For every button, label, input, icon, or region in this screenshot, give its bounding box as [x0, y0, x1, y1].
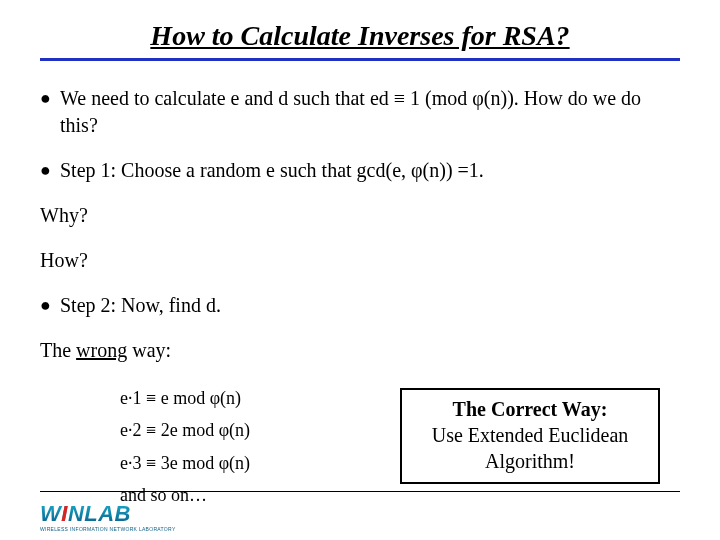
- bullet-icon: ●: [40, 292, 60, 317]
- why-line: Why?: [40, 202, 680, 229]
- bullet-icon: ●: [40, 157, 60, 182]
- logo-text: WINLAB: [40, 503, 131, 525]
- correct-way-line: Use Extended Euclidean: [408, 422, 652, 448]
- correct-way-box: The Correct Way: Use Extended Euclidean …: [400, 388, 660, 484]
- slide-title: How to Calculate Inverses for RSA?: [40, 20, 680, 52]
- bullet-text: Step 2: Now, find d.: [60, 292, 680, 319]
- wrong-word: wrong: [76, 339, 127, 361]
- bullet-item: ● We need to calculate e and d such that…: [40, 85, 680, 139]
- logo-text-pre: W: [40, 501, 61, 526]
- correct-way-title: The Correct Way:: [408, 396, 652, 422]
- wrong-way-line: The wrong way:: [40, 337, 680, 364]
- winlab-logo: WINLAB WIRELESS INFORMATION NETWORK LABO…: [40, 503, 176, 532]
- bullet-text: Step 1: Choose a random e such that gcd(…: [60, 157, 680, 184]
- correct-way-line: Algorithm!: [408, 448, 652, 474]
- bullet-item: ● Step 2: Now, find d.: [40, 292, 680, 319]
- logo-text-post: NLAB: [68, 501, 131, 526]
- wrong-prefix: The: [40, 339, 76, 361]
- bullet-text: We need to calculate e and d such that e…: [60, 85, 680, 139]
- footer-rule: [40, 491, 680, 492]
- wrong-suffix: way:: [127, 339, 171, 361]
- bullet-item: ● Step 1: Choose a random e such that gc…: [40, 157, 680, 184]
- bullet-icon: ●: [40, 85, 60, 110]
- logo-subtitle: WIRELESS INFORMATION NETWORK LABORATORY: [40, 526, 176, 532]
- how-line: How?: [40, 247, 680, 274]
- title-underline: [40, 58, 680, 61]
- math-row: and so on…: [120, 479, 680, 511]
- logo-text-red: I: [61, 501, 68, 526]
